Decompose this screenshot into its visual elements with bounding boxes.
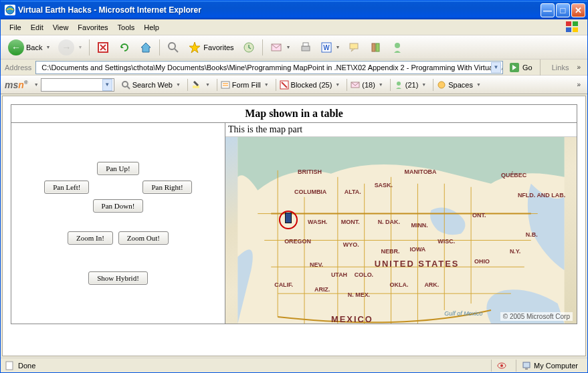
- windows-flag-icon: [561, 21, 585, 34]
- buddy-icon: [394, 80, 403, 90]
- hotmail-button[interactable]: (18)▼: [347, 79, 387, 91]
- privacy-section[interactable]: [491, 360, 512, 372]
- search-web-button[interactable]: Search Web▼: [118, 79, 184, 91]
- pan-up-button[interactable]: Pan Up!: [97, 162, 138, 175]
- menu-file[interactable]: File: [5, 22, 26, 33]
- discuss-button[interactable]: [345, 39, 365, 56]
- formfill-dropdown-icon[interactable]: ▼: [263, 82, 269, 87]
- pan-down-button[interactable]: Pan Down!: [93, 199, 144, 213]
- msn-search-input[interactable]: ▼: [41, 78, 114, 92]
- page-done-icon: [5, 361, 14, 370]
- maximize-button[interactable]: □: [556, 3, 570, 17]
- status-bar: Done My Computer: [1, 358, 587, 372]
- menu-tools[interactable]: Tools: [113, 22, 140, 33]
- menu-edit[interactable]: Edit: [26, 22, 48, 33]
- buddy-dropdown-icon[interactable]: ▼: [420, 82, 426, 87]
- highlight-button[interactable]: ▼: [187, 79, 213, 91]
- print-button[interactable]: [296, 39, 316, 56]
- links-chevron-icon[interactable]: »: [574, 64, 583, 71]
- map-viewport[interactable]: BRITISH COLUMBIA ALTA. SASK. MANITOBA ON…: [225, 136, 577, 324]
- address-input[interactable]: C:\Documents and Settings\cthota\My Docu…: [35, 61, 503, 74]
- highlight-dropdown-icon[interactable]: ▼: [204, 82, 210, 87]
- hotmail-icon: [351, 80, 360, 90]
- formfill-button[interactable]: Form Fill▼: [217, 79, 272, 91]
- svg-text:NFLD. AND LAB.: NFLD. AND LAB.: [518, 192, 565, 199]
- map-pushpin[interactable]: [285, 213, 292, 223]
- search-button[interactable]: [163, 39, 183, 56]
- forward-dropdown-icon: ▼: [76, 45, 82, 49]
- show-hybrid-button[interactable]: Show Hybrid!: [88, 271, 148, 285]
- msn-logo[interactable]: msn®: [5, 80, 31, 90]
- zoom-in-button[interactable]: Zoom In!: [68, 231, 113, 245]
- refresh-button[interactable]: [114, 39, 134, 56]
- minimize-button[interactable]: —: [541, 3, 555, 17]
- close-button[interactable]: ✕: [571, 3, 585, 17]
- mail-button[interactable]: ▼: [266, 39, 294, 56]
- mail-dropdown-icon[interactable]: ▼: [285, 45, 291, 49]
- menu-favorites[interactable]: Favorites: [73, 22, 112, 33]
- msn-search-dropdown-icon[interactable]: ▼: [102, 79, 112, 91]
- spaces-dropdown-icon[interactable]: ▼: [475, 82, 481, 87]
- back-dropdown-icon[interactable]: ▼: [44, 45, 50, 49]
- svg-rect-10: [302, 46, 310, 51]
- edit-dropdown-icon[interactable]: ▼: [334, 45, 340, 49]
- address-dropdown-icon[interactable]: ▼: [491, 62, 501, 73]
- demo-title: Map shown in a table: [11, 105, 577, 123]
- popup-blocked-button[interactable]: Blocked (25)▼: [276, 79, 344, 91]
- back-label: Back: [26, 43, 42, 51]
- blocked-icon: [280, 80, 289, 90]
- hotmail-dropdown-icon[interactable]: ▼: [377, 82, 383, 87]
- edit-button[interactable]: W▼: [317, 39, 344, 55]
- svg-rect-3: [566, 27, 571, 32]
- svg-text:UNITED STATES: UNITED STATES: [375, 259, 460, 269]
- svg-text:BRITISH: BRITISH: [298, 168, 322, 175]
- pan-right-button[interactable]: Pan Right!: [142, 180, 191, 194]
- go-label: Go: [522, 64, 532, 72]
- svg-text:ARK.: ARK.: [424, 281, 439, 288]
- favorites-button[interactable]: Favorites: [185, 39, 237, 56]
- links-label[interactable]: Links: [545, 64, 572, 72]
- stop-button[interactable]: [93, 39, 113, 56]
- svg-rect-2: [573, 21, 578, 26]
- spaces-label: Spaces: [448, 81, 473, 89]
- pan-left-button[interactable]: Pan Left!: [44, 180, 89, 194]
- svg-text:QUÉBEC: QUÉBEC: [501, 171, 527, 178]
- home-icon: [139, 41, 153, 54]
- svg-text:OHIO: OHIO: [474, 258, 490, 265]
- map-copyright: © 2005 Microsoft Corp: [500, 312, 573, 321]
- menu-view[interactable]: View: [48, 22, 74, 33]
- research-button[interactable]: [366, 39, 386, 56]
- msn-logo-dropdown-icon[interactable]: ▼: [33, 82, 39, 87]
- forward-button[interactable]: →▼: [55, 37, 86, 57]
- zone-section[interactable]: My Computer: [516, 360, 583, 372]
- favorites-label: Favorites: [203, 43, 233, 51]
- address-label: Address: [5, 64, 33, 72]
- history-button[interactable]: [239, 39, 259, 56]
- search-icon: [167, 41, 180, 54]
- zoom-out-button[interactable]: Zoom Out!: [118, 231, 169, 245]
- ie-icon: [5, 5, 15, 15]
- blocked-dropdown-icon[interactable]: ▼: [334, 82, 340, 87]
- print-icon: [299, 41, 312, 54]
- title-bar[interactable]: Virtual Earth Hacks - Microsoft Internet…: [1, 1, 587, 19]
- svg-text:ALTA.: ALTA.: [345, 189, 361, 195]
- search-dropdown-icon[interactable]: ▼: [175, 82, 181, 87]
- menu-help[interactable]: Help: [139, 22, 164, 33]
- svg-text:ONT.: ONT.: [472, 212, 486, 219]
- svg-text:NEBR.: NEBR.: [381, 248, 400, 255]
- back-button[interactable]: ←Back▼: [5, 37, 54, 57]
- msn-chevron-icon[interactable]: »: [574, 81, 583, 88]
- svg-rect-15: [372, 43, 375, 51]
- messenger-button[interactable]: [387, 39, 407, 56]
- svg-rect-1: [566, 21, 571, 26]
- stop-icon: [96, 41, 110, 54]
- separator: [262, 39, 263, 55]
- svg-text:MONT.: MONT.: [341, 219, 360, 225]
- separator: [89, 39, 90, 55]
- computer-icon: [522, 361, 531, 370]
- buddy-button[interactable]: (21)▼: [390, 79, 430, 91]
- home-button[interactable]: [136, 39, 156, 56]
- spaces-button[interactable]: Spaces▼: [433, 79, 484, 91]
- svg-rect-66: [523, 362, 530, 368]
- go-button[interactable]: Go: [506, 60, 535, 75]
